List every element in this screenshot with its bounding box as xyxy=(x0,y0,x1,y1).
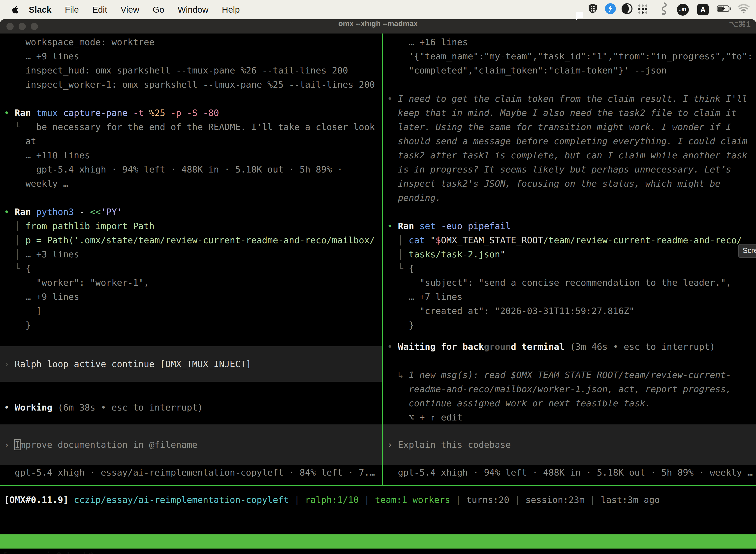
terminal-line: ↳ 1 new msg(s): read $OMX_TEAM_STATE_ROO… xyxy=(383,368,756,382)
terminal-line: ] xyxy=(0,304,382,318)
terminal-line xyxy=(383,332,756,340)
terminal-line: task2 after task1 is complete, but can I… xyxy=(383,148,756,162)
menu-file[interactable]: File xyxy=(65,5,79,15)
text-segment: " xyxy=(430,235,436,245)
menu-bar: Slack File Edit View Go Window Help . xyxy=(0,0,756,19)
text-segment: • xyxy=(387,221,398,231)
text-segment: ] xyxy=(4,306,42,316)
text-cursor: I xyxy=(15,440,20,450)
apple-menu-icon[interactable] xyxy=(11,4,20,15)
text-segment: keep that in mind. Maybe I also need the… xyxy=(387,108,737,118)
menu-app-name[interactable]: Slack xyxy=(29,5,51,15)
wifi-icon[interactable] xyxy=(737,3,750,16)
terminal-line: … +9 lines xyxy=(0,290,382,304)
text-segment: gpt-5.4 xhigh · 94% left · 488K in · 5.1… xyxy=(4,164,342,174)
text-segment: python3 xyxy=(36,207,79,217)
text-segment: $ xyxy=(436,235,441,245)
text-segment: (3m 46s • esc to interrupt) xyxy=(565,341,715,352)
menu-help[interactable]: Help xyxy=(222,5,240,15)
text-segment: … +9 lines xyxy=(4,292,79,302)
text-segment: … +110 lines xyxy=(4,150,90,160)
text-segment: • xyxy=(387,94,398,104)
prompt-input-right[interactable]: › Explain this codebase xyxy=(383,425,756,465)
text-segment: -80 xyxy=(203,108,219,118)
text-segment: OMX_TEAM_STATE_ROOT xyxy=(441,235,543,245)
text-segment: tasks/task-2.json xyxy=(409,249,500,259)
banner-text: Ralph loop active continue [OMX_TMUX_INJ… xyxy=(15,359,251,369)
input-source-menu-icon[interactable]: A xyxy=(697,4,709,15)
text-segment: └ xyxy=(4,122,36,132)
percent-badge-menu-icon[interactable]: ..61 xyxy=(677,4,689,16)
blue-bolt-menu-icon[interactable] xyxy=(605,3,616,17)
text-segment: "created_at": "2026-03-31T11:59:27.816Z" xyxy=(387,306,634,316)
shield-menu-icon[interactable] xyxy=(587,3,598,17)
text-segment: Waiting for back xyxy=(398,341,484,352)
text-segment: /team/review-current-readme-and-reco/ xyxy=(543,235,742,245)
working-status-line: • Working (6m 38s • esc to interrupt) xyxy=(0,400,382,414)
screen-tooltip: Scre xyxy=(738,244,756,258)
menu-view[interactable]: View xyxy=(121,5,139,15)
terminal-line: … +9 lines xyxy=(0,49,382,63)
text-segment: "worker": "worker-1", xyxy=(4,277,149,288)
text-segment: Ran xyxy=(15,108,36,118)
squiggle-menu-icon[interactable] xyxy=(658,2,669,17)
text-segment: inspect_hud: omx sparkshell --tmux-pane … xyxy=(4,65,348,75)
menu-edit[interactable]: Edit xyxy=(92,5,107,15)
terminal-line: └ { xyxy=(383,261,756,276)
text-segment: '{"team_name":"my-team","task_id":"1","f… xyxy=(387,51,753,61)
text-segment: from pathlib import Path xyxy=(25,221,154,231)
text-segment: session:23m xyxy=(525,495,584,505)
terminal-line: "subject": "send a concise recommendatio… xyxy=(383,276,756,290)
terminal-line: workspace_mode: worktree xyxy=(0,35,382,49)
text-segment: } xyxy=(387,320,414,330)
prompt-input-left[interactable]: › Improve documentation in @filename xyxy=(0,425,382,465)
banner-prompt-icon: › xyxy=(4,359,15,369)
terminal-line: │ cat "$OMX_TEAM_STATE_ROOT/team/review-… xyxy=(383,233,756,247)
text-segment: -euo pipefail xyxy=(441,221,511,231)
tmux-window-label[interactable]: [omx-cczip0:bash* xyxy=(2,549,94,554)
text-segment: ↳ xyxy=(387,370,409,380)
text-segment: | xyxy=(359,495,375,505)
terminal-window: omx --xhigh --madmax ⌥⌘1 workspace_mode:… xyxy=(0,19,756,554)
terminal-line: continue assigned work or next feasible … xyxy=(383,396,756,410)
text-segment: … +7 lines xyxy=(387,292,462,302)
text-segment: │ xyxy=(4,221,25,231)
terminal-line: should send a message before completing … xyxy=(383,134,756,148)
pie-menu-icon[interactable] xyxy=(621,3,633,17)
terminal-line: inspect_worker-1: omx sparkshell --tmux-… xyxy=(0,77,382,92)
terminal-line: keep that in mind. Maybe I also need the… xyxy=(383,106,756,120)
window-title: omx --xhigh --madmax xyxy=(0,19,756,34)
window-titlebar[interactable]: omx --xhigh --madmax ⌥⌘1 xyxy=(0,19,756,34)
text-segment: task2 after task1 is complete, but can I… xyxy=(387,150,747,160)
terminal-line: • Ran set -euo pipefail xyxy=(383,219,756,233)
battery-icon[interactable] xyxy=(716,3,732,16)
input-placeholder: mprove documentation in @filename xyxy=(20,440,197,450)
menu-go[interactable]: Go xyxy=(152,5,164,15)
terminal-line: is in progress? It seems likely but perh… xyxy=(383,162,756,176)
text-segment: Ran xyxy=(398,221,420,231)
menu-window[interactable]: Window xyxy=(178,5,208,15)
text-segment: << xyxy=(90,207,101,217)
text-segment: … +16 lines xyxy=(387,37,468,47)
text-segment: -t xyxy=(133,108,149,118)
terminal-line: inspect_hud: omx sparkshell --tmux-pane … xyxy=(0,63,382,77)
text-segment: "completed","claim_token":"claim-token"}… xyxy=(387,65,667,75)
text-segment: (6m 38s • esc to interrupt) xyxy=(58,402,203,412)
terminal-line: '{"team_name":"my-team","task_id":"1","f… xyxy=(383,49,756,63)
terminal-line: weekly … xyxy=(0,176,382,190)
text-segment: | xyxy=(450,495,466,505)
text-segment: tmux xyxy=(36,108,63,118)
window-shortcut-hint: ⌥⌘1 xyxy=(729,19,751,34)
pane-leader: workspace_mode: worktree … +9 lines insp… xyxy=(0,34,382,480)
terminal-line: … +16 lines xyxy=(383,35,756,49)
tmux-status-bar: [omx-cczip0:bash* "MacBook-Pro-44.local"… xyxy=(0,535,756,549)
text-segment: | xyxy=(509,495,525,505)
terminal-line: "completed","claim_token":"claim-token"}… xyxy=(383,63,756,77)
terminal-line xyxy=(383,354,756,368)
dots-grid-menu-icon[interactable] xyxy=(638,4,649,15)
pane-divider[interactable] xyxy=(382,34,383,485)
terminal-line: └ { xyxy=(0,261,382,276)
text-segment: be necessary for the end of the README. … xyxy=(36,122,375,132)
text-segment: │ xyxy=(4,235,25,245)
terminal-line: │ tasks/task-2.json" xyxy=(383,247,756,261)
